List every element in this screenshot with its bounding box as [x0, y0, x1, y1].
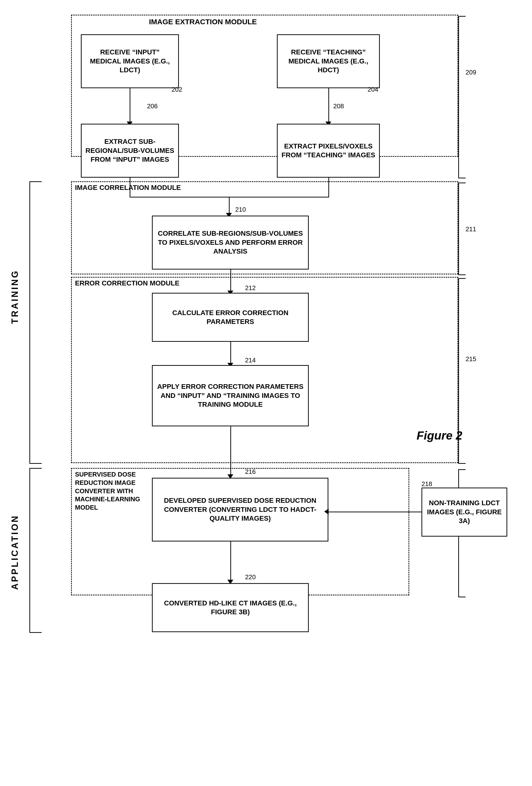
ref-218: 218	[421, 480, 432, 488]
arrow-correlate-to-calc	[230, 270, 231, 292]
figure-label: Figure 2	[417, 429, 462, 442]
non-training-box: NON-TRAINING LDCT IMAGES (E.G., FIGURE 3…	[421, 488, 507, 537]
application-bracket-bot	[29, 632, 42, 633]
supervised-dose-label: SUPERVISED DOSE REDUCTION IMAGE CONVERTE…	[73, 470, 157, 512]
arrow-developed-to-converted	[230, 541, 231, 581]
arrow-teaching-to-extract	[328, 88, 329, 122]
training-label: TRAINING	[10, 270, 20, 324]
correlate-box: CORRELATE SUB-REGIONS/SUB-VOLUMES TO PIX…	[152, 216, 309, 270]
ref-206: 206	[147, 102, 158, 110]
application-label: APPLICATION	[10, 514, 20, 590]
ref-209: 209	[466, 69, 476, 76]
application-bracket-top	[29, 468, 42, 469]
ref-212: 212	[245, 284, 256, 292]
arrow-extract-px-down	[328, 178, 329, 197]
bracket-209-v	[458, 16, 459, 178]
ref-208: 208	[333, 102, 344, 110]
training-bracket-v	[29, 181, 30, 463]
receive-input-box: RECEIVE “INPUT” MEDICAL IMAGES (E.G., LD…	[81, 34, 179, 88]
bracket-217-bot	[458, 597, 466, 597]
arrow-extract-sub-down	[130, 178, 130, 197]
extract-pixels-box: EXTRACT PIXELS/VOXELS FROM “TEACHING” IM…	[277, 124, 380, 178]
developed-box: DEVELOPED SUPERVISED DOSE REDUCTION CONV…	[152, 478, 328, 541]
bracket-217-top	[458, 469, 466, 470]
receive-teaching-box: RECEIVE “TEACHING” MEDICAL IMAGES (E.G.,…	[277, 34, 380, 88]
calculate-error-box: CALCULATE ERROR CORRECTION PARAMETERS	[152, 293, 309, 342]
apply-error-box: APPLY ERROR CORRECTION PARAMETERS AND “I…	[152, 365, 309, 426]
extract-sub-box: EXTRACT SUB-REGIONAL/SUB-VOLUMES FROM “I…	[81, 124, 179, 178]
ref-215: 215	[466, 355, 476, 363]
image-correlation-label: IMAGE CORRELATION MODULE	[73, 184, 182, 192]
arrow-input-to-extract	[130, 88, 130, 122]
training-bracket-top	[29, 181, 42, 182]
bracket-215-top	[458, 278, 466, 279]
arrow-calc-to-apply	[230, 342, 231, 364]
ref-202: 202	[171, 86, 182, 93]
converted-box: CONVERTED HD-LIKE CT IMAGES (E.G., FIGUR…	[152, 583, 309, 632]
ref-210: 210	[235, 206, 246, 213]
ref-216: 216	[245, 468, 256, 476]
application-bracket-v	[29, 468, 30, 632]
bracket-211-bot	[458, 274, 466, 275]
ref-220: 220	[245, 573, 256, 581]
image-extraction-label: IMAGE EXTRACTION MODULE	[147, 18, 259, 26]
arrowhead-nontraining-developed	[324, 509, 329, 514]
bracket-215-bot	[458, 463, 466, 464]
arrow-merge-to-correlate	[229, 197, 230, 214]
training-bracket-bot	[29, 463, 42, 464]
arrow-apply-to-developed	[230, 426, 231, 475]
bracket-209-bot	[458, 178, 466, 178]
bracket-211-top	[458, 183, 466, 183]
bracket-209-top	[458, 16, 466, 17]
arrow-nontraining-to-developed	[328, 512, 422, 512]
ref-214: 214	[245, 356, 256, 364]
bracket-211-v	[458, 183, 459, 274]
ref-211: 211	[466, 225, 476, 233]
diagram-container: IMAGE EXTRACTION MODULE RECEIVE “INPUT” …	[0, 0, 532, 786]
ref-204: 204	[368, 86, 378, 93]
error-correction-label: ERROR CORRECTION MODULE	[73, 279, 181, 287]
